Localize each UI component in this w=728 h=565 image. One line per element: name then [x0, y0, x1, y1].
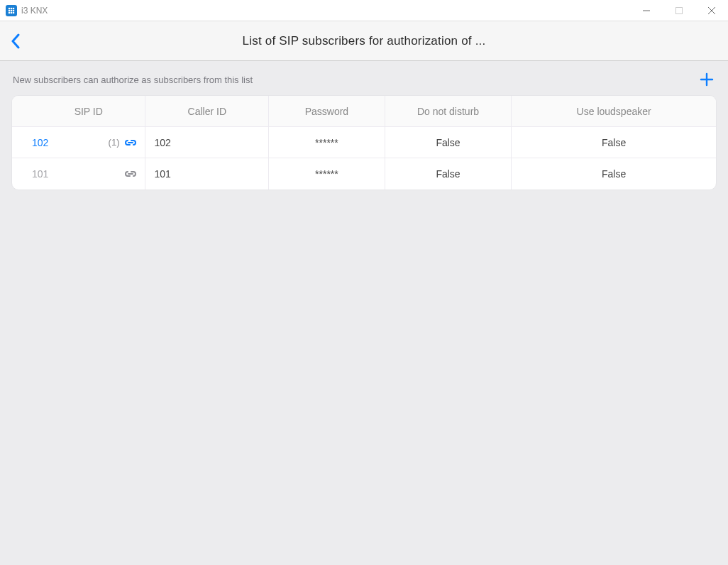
- svg-point-0: [9, 7, 11, 9]
- cell-caller-id: 101: [145, 158, 269, 190]
- window-titlebar: i3 KNX: [0, 0, 728, 21]
- cell-sip-id: 102: [32, 137, 48, 148]
- cell-do-not-disturb: False: [385, 127, 512, 158]
- page-title: List of SIP subscribers for authorizatio…: [28, 34, 728, 48]
- col-header-do-not-disturb: Do not disturb: [385, 96, 512, 127]
- link-icon: [123, 169, 138, 179]
- table-row[interactable]: 102 (1) 102 ****** False False: [12, 127, 716, 158]
- col-header-use-loudspeaker: Use loudspeaker: [512, 96, 716, 127]
- col-header-caller-id: Caller ID: [145, 96, 269, 127]
- svg-point-7: [11, 11, 13, 13]
- svg-point-3: [9, 9, 11, 11]
- svg-rect-9: [676, 7, 683, 13]
- cell-sip-id: 101: [32, 168, 48, 180]
- toolbar-subtitle: New subscribers can authorize as subscri…: [13, 75, 253, 85]
- svg-point-5: [13, 9, 15, 11]
- table-header-row: SIP ID Caller ID Password Do not disturb…: [12, 96, 716, 127]
- window-minimize-button[interactable]: [630, 0, 663, 21]
- subscribers-table: SIP ID Caller ID Password Do not disturb…: [11, 95, 717, 190]
- cell-use-loudspeaker: False: [512, 158, 716, 190]
- back-button[interactable]: [3, 21, 28, 61]
- cell-password: ******: [269, 158, 385, 190]
- col-header-sip-id: SIP ID: [12, 96, 145, 127]
- toolbar: New subscribers can authorize as subscri…: [0, 61, 728, 95]
- cell-use-loudspeaker: False: [512, 127, 716, 158]
- svg-point-1: [11, 7, 13, 9]
- window-maximize-button[interactable]: [663, 0, 695, 21]
- svg-point-2: [13, 7, 15, 9]
- cell-password: ******: [269, 127, 385, 158]
- add-subscriber-button[interactable]: [698, 71, 715, 88]
- cell-caller-id: 102: [145, 127, 269, 158]
- svg-point-4: [11, 9, 13, 11]
- cell-sip-id-count: (1): [109, 137, 120, 148]
- table-row[interactable]: 101 101 ****** False False: [12, 158, 716, 190]
- window-close-button[interactable]: [695, 0, 728, 21]
- col-header-password: Password: [269, 96, 385, 127]
- link-icon: [123, 138, 138, 148]
- app-title: i3 KNX: [21, 6, 48, 16]
- app-icon: [6, 5, 17, 16]
- page-header: List of SIP subscribers for authorizatio…: [0, 21, 728, 61]
- cell-do-not-disturb: False: [385, 158, 512, 190]
- svg-point-6: [9, 11, 11, 13]
- svg-point-8: [13, 11, 15, 13]
